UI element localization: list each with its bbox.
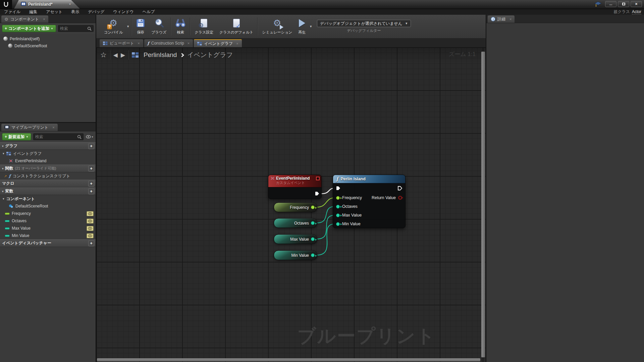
- parent-class-link[interactable]: Actor: [632, 9, 641, 14]
- debug-object-dropdown[interactable]: デバッグオブジェクトが選択されていません ▼: [317, 20, 411, 27]
- collapse-icon[interactable]: ▾: [3, 197, 4, 200]
- variable-row-octaves[interactable]: Octaves: [0, 217, 96, 225]
- exec-output-pin[interactable]: [315, 191, 320, 196]
- components-group-row[interactable]: ▾ コンポーネント: [0, 195, 96, 202]
- class-defaults-button[interactable]: ✓ クラスのデフォルト: [216, 16, 256, 37]
- node-perlin-island[interactable]: ƒ Perlin Island Frequency Octaves: [333, 175, 406, 228]
- close-button[interactable]: ×: [631, 1, 642, 7]
- getter-node-octaves[interactable]: Octaves: [274, 218, 317, 228]
- int-pin-icon[interactable]: [311, 253, 315, 257]
- components-tab-close-icon[interactable]: ×: [43, 17, 45, 21]
- getter-node-frequency[interactable]: Frequency: [274, 202, 317, 212]
- asset-tab-close-icon[interactable]: ×: [69, 2, 71, 7]
- collapse-icon[interactable]: ▾: [2, 190, 4, 193]
- int-pin-icon[interactable]: [336, 205, 340, 208]
- event-graph-canvas[interactable]: ☆ ◀ ▶ PerlinIsland イベントグラフ ズーム 1:1 ブループリ…: [96, 47, 486, 362]
- minimize-button[interactable]: ─: [605, 1, 616, 7]
- add-variable-button[interactable]: +: [88, 188, 94, 194]
- section-variables[interactable]: ▾ 変数 +: [0, 187, 96, 195]
- details-tab-close-icon[interactable]: ×: [509, 17, 512, 21]
- browse-button[interactable]: ブラウズ: [148, 16, 169, 37]
- int-pin-icon[interactable]: [336, 222, 340, 226]
- int-pin-icon[interactable]: [311, 221, 315, 225]
- tab-close-icon[interactable]: ×: [138, 41, 140, 45]
- graph-vertical-scrollbar[interactable]: [481, 52, 485, 357]
- components-search-box[interactable]: [58, 25, 94, 32]
- menu-view[interactable]: 表示: [71, 9, 79, 15]
- menu-help[interactable]: ヘルプ: [143, 9, 155, 15]
- breadcrumb-asset[interactable]: PerlinIsland: [144, 51, 177, 59]
- int-pin-icon[interactable]: [336, 214, 340, 217]
- add-dispatcher-button[interactable]: +: [88, 240, 94, 246]
- section-event-dispatchers[interactable]: イベントディスパッチャー +: [0, 239, 96, 247]
- my-blueprint-tab[interactable]: マイブループリント ×: [1, 124, 58, 131]
- event-perlinisland-item[interactable]: EventPerlinIsland: [0, 157, 96, 165]
- getter-node-minvalue[interactable]: Min Value: [274, 250, 317, 260]
- asset-tab-perlinisland[interactable]: PerlinIsland* ×: [14, 0, 80, 9]
- tutorial-cap-icon[interactable]: [594, 1, 602, 7]
- maximize-button[interactable]: [618, 1, 629, 7]
- menu-asset[interactable]: アセット: [46, 9, 62, 15]
- return-pin-icon[interactable]: [398, 196, 402, 200]
- add-function-button[interactable]: +: [88, 166, 94, 172]
- event-graph-item[interactable]: ▾ イベントグラフ: [0, 150, 96, 157]
- construction-script-item[interactable]: ↗ƒ コンストラクションスクリプト: [0, 172, 96, 180]
- section-graphs[interactable]: ▾ グラフ +: [0, 142, 96, 150]
- variable-row-maxvalue[interactable]: Max Value: [0, 225, 96, 232]
- int-pin-icon[interactable]: [311, 237, 315, 241]
- delegate-pin[interactable]: [316, 177, 320, 180]
- favorite-star-icon[interactable]: ☆: [100, 51, 107, 59]
- add-new-button[interactable]: + 新規追加 ▼: [2, 133, 31, 140]
- add-component-button[interactable]: + コンポーネントを追加 ▼: [2, 25, 56, 32]
- visibility-filter-button[interactable]: ▾: [86, 133, 94, 140]
- component-item-self[interactable]: PerlinIsland(self): [0, 35, 96, 42]
- variable-visibility-eye-icon[interactable]: [87, 219, 94, 224]
- input-pin-minvalue[interactable]: Min Value: [336, 220, 361, 228]
- components-panel-tab[interactable]: ⚙ コンポーネント ×: [1, 15, 48, 23]
- compile-button[interactable]: ⚙? コンパイル: [101, 16, 126, 37]
- node-event-perlinisland[interactable]: EventPerlinIsland カスタムイベント: [268, 175, 322, 199]
- add-macro-button[interactable]: +: [88, 181, 94, 187]
- back-arrow-icon[interactable]: ◀: [113, 52, 118, 59]
- input-pin-maxvalue[interactable]: Max Value: [336, 212, 362, 219]
- find-button[interactable]: 検索: [172, 16, 189, 37]
- details-tab[interactable]: i 詳細 ×: [488, 15, 515, 23]
- output-pin-return-value[interactable]: Return Value: [372, 194, 402, 201]
- breadcrumb-graph[interactable]: イベントグラフ: [187, 51, 233, 59]
- tab-close-icon[interactable]: ×: [187, 41, 190, 45]
- tab-viewport[interactable]: ビューポート ×: [100, 39, 143, 47]
- variable-visibility-eye-icon[interactable]: [87, 226, 94, 231]
- forward-arrow-icon[interactable]: ▶: [121, 52, 125, 59]
- play-button[interactable]: 再生: [295, 16, 309, 37]
- compile-options-chevron-icon[interactable]: ▼: [126, 25, 129, 28]
- collapse-icon[interactable]: ▾: [2, 167, 4, 170]
- graph-horizontal-scrollbar[interactable]: [97, 358, 480, 361]
- my-blueprint-tab-close-icon[interactable]: ×: [52, 125, 54, 129]
- simulate-button[interactable]: ⚙ シミュレーション: [259, 16, 295, 37]
- my-blueprint-search-input[interactable]: [35, 134, 77, 139]
- float-pin-icon[interactable]: [336, 196, 340, 200]
- component-item-sceneroot[interactable]: DefaultSceneRoot: [0, 42, 96, 49]
- variable-visibility-eye-icon[interactable]: [87, 211, 94, 216]
- input-pin-octaves[interactable]: Octaves: [336, 203, 358, 210]
- section-macros[interactable]: マクロ +: [0, 180, 96, 187]
- save-button[interactable]: 保存: [133, 16, 148, 37]
- play-options-chevron-icon[interactable]: ▼: [309, 25, 312, 28]
- collapse-icon[interactable]: ▾: [3, 152, 4, 155]
- menu-file[interactable]: ファイル: [4, 9, 20, 15]
- tab-construction-script[interactable]: ƒ Construction Scrip ×: [144, 39, 193, 47]
- variable-row-minvalue[interactable]: Min Value: [0, 232, 96, 239]
- variable-visibility-eye-icon[interactable]: [87, 233, 94, 238]
- menu-window[interactable]: ウィンドウ: [113, 9, 133, 15]
- variable-row-frequency[interactable]: Frequency: [0, 210, 96, 217]
- components-search-input[interactable]: [60, 26, 87, 31]
- tab-event-graph[interactable]: イベントグラフ ×: [194, 39, 241, 47]
- tab-close-icon[interactable]: ×: [236, 42, 238, 46]
- getter-node-maxvalue[interactable]: Max Value: [274, 234, 317, 244]
- class-settings-button[interactable]: ⚙ クラス設定: [192, 16, 216, 37]
- menu-debug[interactable]: デバッグ: [88, 9, 104, 15]
- collapse-icon[interactable]: ▾: [2, 144, 4, 148]
- add-graph-button[interactable]: +: [88, 143, 94, 149]
- section-functions[interactable]: ▾ 関数 (21 オーバーライド可能) +: [0, 165, 96, 172]
- float-pin-icon[interactable]: [311, 205, 315, 209]
